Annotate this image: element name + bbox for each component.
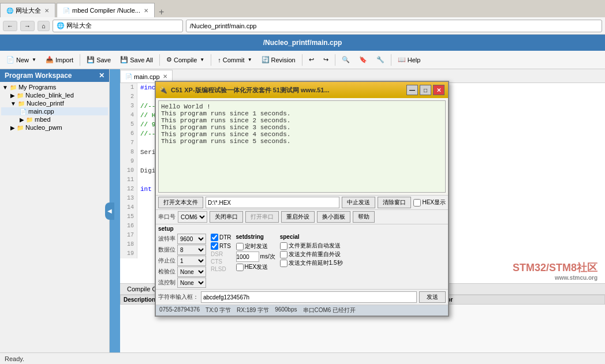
hex-display-input[interactable] xyxy=(413,199,421,207)
baud-select[interactable]: 9600 xyxy=(177,234,206,244)
serial-help-button[interactable]: 帮助 xyxy=(353,211,375,223)
line-num-17: 17 xyxy=(120,231,137,240)
new-button[interactable]: 📄 New ▼ xyxy=(2,54,40,65)
bookmark-button[interactable]: 🔖 xyxy=(355,54,371,65)
settings-icon: 🔧 xyxy=(376,56,384,63)
address-input-1[interactable]: 🌐 网址大全 xyxy=(53,20,183,32)
line-num-12: 12 xyxy=(120,185,137,194)
tree-item-main[interactable]: 📄 main.cpp xyxy=(1,107,108,115)
tree-folder-icon-2: 📁 xyxy=(18,100,25,107)
tree-expand-icon-5: ▶ xyxy=(10,125,15,131)
home-button[interactable]: ⌂ xyxy=(38,21,50,31)
address-input-2[interactable]: /Nucleo_printf/main.cpp xyxy=(186,20,602,32)
serial-toolbar-1: 打开文本文件 中止发送 清除窗口 HEX显示 xyxy=(156,195,448,210)
auto-save-checkbox[interactable]: 文件更新后自动发送 xyxy=(280,242,343,250)
line-num-7: 7 xyxy=(120,138,137,148)
help-button[interactable]: 📖 Help xyxy=(394,54,425,65)
serial-setup-area: setup 波特率 9600 数据位 8 停止位 1 xyxy=(156,224,448,290)
collapse-arrow[interactable]: ◀ xyxy=(105,202,114,220)
tab-2[interactable]: 📄 mbed Compiler /Nucle... ✕ xyxy=(57,3,155,17)
rts-input[interactable] xyxy=(211,242,218,250)
port-select[interactable]: COM6 xyxy=(178,211,207,223)
dsr-label: DSR xyxy=(211,251,223,257)
tree-label-5: Nucleo_pwm xyxy=(25,124,62,131)
browser-chrome: 🌐 网址大全 ✕ 📄 mbed Compiler /Nucle... ✕ + ←… xyxy=(0,0,605,35)
serial-maximize-button[interactable]: □ xyxy=(420,85,431,95)
undo-button[interactable]: ↩ xyxy=(305,54,318,65)
clear-window-button[interactable]: 清除窗口 xyxy=(378,197,411,208)
sidebar-title: Program Workspace xyxy=(5,72,72,80)
tree-folder-icon-5: 📁 xyxy=(17,125,24,131)
editor-area: 📄 main.cpp ✕ 1#include ... 2 3//--------… xyxy=(120,69,605,352)
hex-send-checkbox[interactable]: HEX发送 xyxy=(236,263,275,271)
tree-item-printf[interactable]: ▼ 📁 Nucleo_printf xyxy=(1,99,108,107)
save-button[interactable]: 💾 Save xyxy=(83,54,115,65)
compile-button[interactable]: ⚙ Compile ▼ xyxy=(162,54,208,65)
hex-display-checkbox[interactable]: HEX显示 xyxy=(413,198,446,207)
rts-checkbox[interactable]: RTS xyxy=(211,242,231,250)
line-num-8: 8 xyxy=(120,148,137,157)
find-button[interactable]: 🔍 xyxy=(338,54,354,65)
serial-input-field[interactable] xyxy=(201,291,417,303)
tree-item-my-programs[interactable]: ▼ 📁 My Programs xyxy=(1,83,108,91)
dtr-input[interactable] xyxy=(211,234,218,241)
close-port-button[interactable]: 关闭串口 xyxy=(210,211,243,223)
help-icon: 📖 xyxy=(398,56,406,63)
delay-checkbox[interactable]: 发送文件前延时1.5秒 xyxy=(280,259,343,267)
tab-1-close[interactable]: ✕ xyxy=(44,7,49,14)
redo-button[interactable]: ↪ xyxy=(319,54,333,65)
timed-send-checkbox[interactable]: 定时发送 xyxy=(236,242,275,250)
delay-input[interactable] xyxy=(280,260,287,267)
tab-1[interactable]: 🌐 网址大全 ✕ xyxy=(0,3,55,17)
revision-button[interactable]: 🔄 Revision xyxy=(257,54,300,65)
app: /Nucleo_printf/main.cpp 📄 New ▼ 📥 Import… xyxy=(0,35,605,364)
commit-label: Commit xyxy=(223,57,245,63)
file-path-input[interactable] xyxy=(206,197,339,208)
serial-close-button[interactable]: ✕ xyxy=(433,85,445,95)
editor-tab-close[interactable]: ✕ xyxy=(163,73,167,80)
data-select[interactable]: 8 xyxy=(177,245,206,255)
serial-minimize-button[interactable]: — xyxy=(406,85,418,95)
setup-column: setup 波特率 9600 数据位 8 停止位 1 xyxy=(158,226,206,288)
import-button[interactable]: 📥 Import xyxy=(42,54,77,65)
tree-file-icon-3: 📄 xyxy=(20,108,27,115)
timed-send-label: 定时发送 xyxy=(245,242,268,250)
stop-send-button[interactable]: 中止发送 xyxy=(342,197,375,208)
tab-2-close[interactable]: ✕ xyxy=(144,7,148,14)
flow-select[interactable]: None xyxy=(177,277,206,288)
save-all-button[interactable]: 💾 Save All xyxy=(116,54,157,65)
tree-expand-icon-2: ▼ xyxy=(10,100,16,107)
commit-button[interactable]: ↑ Commit ▼ xyxy=(214,55,256,65)
dtr-checkbox[interactable]: DTR xyxy=(211,234,231,241)
timed-value-input[interactable] xyxy=(236,252,259,262)
line-num-18: 18 xyxy=(120,240,137,249)
sidebar-close-icon[interactable]: ✕ xyxy=(99,72,104,80)
add-tab-button[interactable]: + xyxy=(156,7,167,17)
serial-output-line-3: This program runs since 2 seconds. xyxy=(161,117,443,124)
timed-send-input[interactable] xyxy=(236,243,244,250)
compile-label: Compile xyxy=(174,57,197,63)
restart-button[interactable]: 重启外设 xyxy=(281,211,315,223)
resend-checkbox[interactable]: 发送文件前重自外设 xyxy=(280,250,343,258)
tab-2-label: mbed Compiler /Nucle... xyxy=(72,7,140,14)
open-port-button[interactable]: 打开串口 xyxy=(245,211,279,223)
stop-select[interactable]: 1 xyxy=(177,256,206,266)
serial-titlebar[interactable]: 🔌 C51 XP-版编程试验一体化开发套件 51测试网 www.51... — … xyxy=(156,82,448,98)
forward-button[interactable]: → xyxy=(20,21,35,31)
back-button[interactable]: ← xyxy=(3,21,17,31)
serial-output-line-6: This program runs since 5 seconds. xyxy=(161,138,443,145)
settings-button[interactable]: 🔧 xyxy=(372,54,389,65)
tree-item-pwm[interactable]: ▶ 📁 Nucleo_pwm xyxy=(1,123,108,132)
switch-panel-button[interactable]: 换小面板 xyxy=(317,211,350,223)
resend-input[interactable] xyxy=(280,251,287,258)
tree-item-blink[interactable]: ▶ 📁 Nucleo_blink_led xyxy=(1,91,108,99)
check-select[interactable]: None xyxy=(177,267,206,277)
check-row: 检验位 None xyxy=(158,267,206,277)
auto-save-input[interactable] xyxy=(280,242,287,250)
hex-send-input[interactable] xyxy=(236,264,244,271)
open-file-button[interactable]: 打开文本文件 xyxy=(158,197,203,208)
toolbar-sep-3 xyxy=(211,54,211,66)
tree-item-mbed[interactable]: ▶ 📁 mbed xyxy=(1,115,108,123)
send-button[interactable]: 发送 xyxy=(419,291,446,303)
side-arrow[interactable]: ◀ xyxy=(110,69,120,352)
